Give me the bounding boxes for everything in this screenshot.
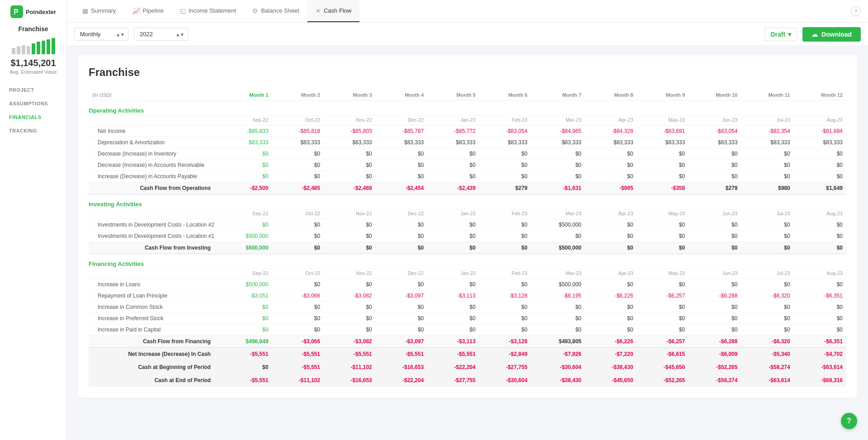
subtotal-cell-5: -$2,439: [427, 182, 479, 194]
subtotal-cell-10: $0: [689, 242, 741, 254]
subtotal-cell-11: $980: [741, 182, 793, 194]
sidebar-item-financials[interactable]: FINANCIALS: [5, 111, 62, 123]
draft-arrow: ▾: [788, 31, 791, 38]
draft-label: Draft: [770, 31, 785, 38]
total-cell-9: -$6,615: [637, 348, 689, 361]
sidebar-item-tracking[interactable]: TRACKING: [5, 124, 62, 137]
tab-cash-flow[interactable]: ✕ Cash Flow: [307, 0, 359, 22]
date-cell-5: Jan-23: [427, 270, 479, 279]
subtotal-cell-1: $500,000: [218, 242, 272, 254]
top-nav: ▦ Summary 📈 Pipeline ◱ Income Statement …: [67, 0, 868, 23]
data-cell-1: $83,333: [218, 137, 272, 148]
total-cell-4: -$5,551: [376, 348, 428, 361]
data-cell-7: -$84,965: [531, 126, 585, 137]
data-cell-4: $0: [376, 313, 428, 324]
data-cell-8: $83,333: [585, 137, 637, 148]
period-select-wrapper: Monthly Quarterly Annual ▲▼: [74, 28, 128, 41]
tab-income-statement[interactable]: ◱ Income Statement: [172, 0, 245, 22]
data-cell-12: $0: [794, 231, 846, 242]
subtotal-cell-3: $0: [324, 242, 376, 254]
total-label: Net Increase (Decrease) In Cash: [89, 348, 218, 361]
sidebar-item-project[interactable]: PROJECT: [5, 84, 62, 96]
date-cell-4: Dec-22: [376, 210, 428, 219]
data-cell-4: $0: [376, 231, 428, 242]
tab-summary[interactable]: ▦ Summary: [74, 0, 124, 22]
data-cell-4: $0: [376, 171, 428, 182]
tab-pipeline[interactable]: 📈 Pipeline: [124, 0, 172, 22]
data-cell-4: $0: [376, 219, 428, 231]
data-cell-11: $0: [741, 313, 793, 324]
poindexter-logo: P: [10, 5, 23, 18]
help-fab[interactable]: ?: [841, 413, 857, 429]
data-cell-7: $500,000: [531, 279, 585, 290]
data-cell-7: $0: [531, 231, 585, 242]
row-label: Decrease (Increase) in Accounts Receivab…: [89, 160, 218, 171]
row-label: Investments in Development Costs - Locat…: [89, 231, 218, 242]
data-cell-9: -$6,257: [637, 290, 689, 302]
data-cell-8: $0: [585, 171, 637, 182]
data-cell-2: $83,333: [272, 137, 324, 148]
subtotal-cell-4: -$3,097: [376, 336, 428, 348]
data-cell-3: $83,333: [324, 137, 376, 148]
table-row: Increase in Paid in Capital$0$0$0$0$0$0$…: [89, 324, 846, 336]
date-cell-4: Dec-22: [376, 116, 428, 126]
year-select[interactable]: 2021 2022 2023: [134, 28, 188, 41]
subtotal-cell-12: -$6,351: [794, 336, 846, 348]
subtotal-cell-9: -$358: [637, 182, 689, 194]
data-cell-10: $0: [689, 279, 741, 290]
date-row-label: [89, 116, 218, 126]
data-cell-4: -$85,787: [376, 126, 428, 137]
col-month2: Month 2: [272, 90, 324, 101]
download-cloud-icon: ☁: [811, 31, 818, 38]
sidebar-item-assumptions[interactable]: ASSUMPTIONS: [5, 97, 62, 110]
data-cell-1: $0: [218, 160, 272, 171]
data-cell-9: $0: [637, 171, 689, 182]
tab-balance-sheet[interactable]: ⚙ Balance Sheet: [244, 0, 307, 22]
total-cell-8: -$7,220: [585, 348, 637, 361]
table-row: Increase in Common Stock$0$0$0$0$0$0$0$0…: [89, 302, 846, 313]
subtotal-cell-6: $279: [479, 182, 531, 194]
subtotal-cell-7: $500,000: [531, 242, 585, 254]
data-cell-2: $0: [272, 160, 324, 171]
draft-select[interactable]: Draft ▾: [764, 28, 797, 41]
subtotal-cell-10: $279: [689, 182, 741, 194]
main-content: ▦ Summary 📈 Pipeline ◱ Income Statement …: [67, 0, 868, 440]
data-cell-6: $0: [479, 148, 531, 160]
tab-balance-label: Balance Sheet: [261, 7, 299, 14]
total-label: Cash at End of Period: [89, 374, 218, 387]
data-cell-7: $0: [531, 302, 585, 313]
subtotal-cell-3: -$2,469: [324, 182, 376, 194]
download-button[interactable]: ☁ Download: [802, 27, 861, 42]
data-cell-1: $0: [218, 148, 272, 160]
data-cell-8: -$84,328: [585, 126, 637, 137]
subtotal-cell-4: $0: [376, 242, 428, 254]
table-row: Decrease (Increase) in Inventory$0$0$0$0…: [89, 148, 846, 160]
data-cell-4: $0: [376, 302, 428, 313]
data-cell-8: $0: [585, 160, 637, 171]
tab-summary-label: Summary: [91, 7, 116, 14]
data-cell-12: $0: [794, 148, 846, 160]
total-cell-5: -$22,204: [427, 361, 479, 374]
total-cell-7: -$7,826: [531, 348, 585, 361]
data-cell-9: $0: [637, 160, 689, 171]
data-cell-5: $0: [427, 148, 479, 160]
data-cell-4: $0: [376, 160, 428, 171]
subtotal-label: Cash Flow from Financing: [89, 336, 218, 348]
data-cell-7: -$6,195: [531, 290, 585, 302]
total-cell-9: -$45,650: [637, 361, 689, 374]
tab-income-label: Income Statement: [189, 7, 236, 14]
total-cell-6: -$27,755: [479, 361, 531, 374]
col-month12: Month 12: [794, 90, 846, 101]
data-cell-12: $0: [794, 160, 846, 171]
date-cell-6: Feb-23: [479, 270, 531, 279]
section-header-label: Investing Activities: [89, 194, 846, 210]
data-cell-6: $0: [479, 313, 531, 324]
data-cell-5: $0: [427, 324, 479, 336]
help-icon[interactable]: ?: [851, 6, 861, 16]
data-cell-10: $0: [689, 302, 741, 313]
data-cell-5: $0: [427, 313, 479, 324]
data-cell-9: $0: [637, 231, 689, 242]
data-cell-8: $0: [585, 313, 637, 324]
period-select[interactable]: Monthly Quarterly Annual: [74, 28, 128, 41]
data-cell-2: $0: [272, 279, 324, 290]
